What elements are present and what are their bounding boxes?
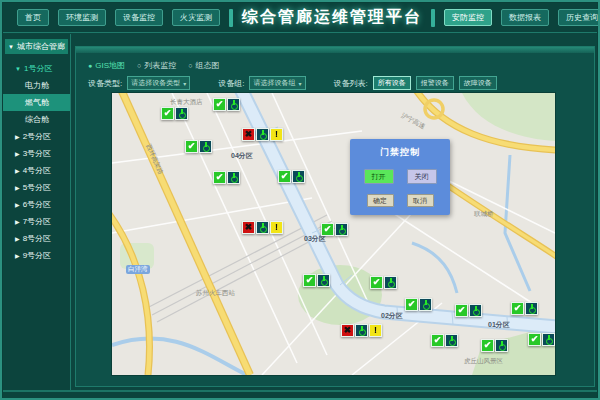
nav-button-数据报表[interactable]: 数据报表 [501, 9, 549, 26]
power-stem [361, 326, 363, 331]
nav-button-首页[interactable]: 首页 [17, 9, 49, 26]
caret-right-icon: ▶ [15, 201, 20, 208]
caret-right-icon: ▶ [15, 167, 20, 174]
sidebar-item-label: 9号分区 [23, 250, 51, 261]
radio-icon: ○ [188, 62, 192, 69]
status-fault-icon: ✖ [341, 324, 354, 337]
confirm-button[interactable]: 确定 [367, 194, 394, 207]
sidebar-item-7号分区[interactable]: ▶7号分区 [3, 213, 70, 230]
device-marker-normal[interactable]: ✔ [511, 302, 538, 315]
device-list-button-所有设备[interactable]: 所有设备 [373, 76, 411, 90]
device-marker-normal[interactable]: ✔ [431, 334, 458, 347]
radio-selected-icon: ● [88, 62, 92, 69]
caret-right-icon: ▶ [15, 252, 20, 259]
sidebar-item-8号分区[interactable]: ▶8号分区 [3, 230, 70, 247]
power-stem [262, 130, 264, 135]
sidebar-item-3号分区[interactable]: ▶3号分区 [3, 145, 70, 162]
view-mode-列表监控[interactable]: ○列表监控 [137, 60, 176, 71]
app-window: 首页环境监测设备监控火灾监测 综合管廊运维管理平台 安防监控数据报表历史查询用户… [0, 0, 600, 400]
power-stem [390, 278, 392, 283]
popup-title: 门禁控制 [350, 146, 450, 159]
view-mode-GIS地图[interactable]: ●GIS地图 [88, 60, 125, 71]
device-marker-normal[interactable]: ✔ [321, 223, 348, 236]
device-marker-alarm[interactable]: ✖! [341, 324, 382, 337]
sidebar-item-2号分区[interactable]: ▶2号分区 [3, 128, 70, 145]
map-canvas[interactable]: 04分区03分区02分区01分区长青大酒店西环高架路白洋湾苏州火车西站沪宁高速联… [112, 93, 555, 375]
device-marker-alarm[interactable]: ✖! [242, 221, 283, 234]
device-marker-normal[interactable]: ✔ [370, 276, 397, 289]
device-marker-normal[interactable]: ✔ [455, 304, 482, 317]
place-label: 虎丘山风景区 [464, 357, 503, 366]
sidebar-item-燃气舱[interactable]: 燃气舱 [3, 94, 70, 111]
sidebar-item-6号分区[interactable]: ▶6号分区 [3, 196, 70, 213]
device-marker-normal[interactable]: ✔ [278, 170, 305, 183]
chevron-down-icon: ▾ [183, 80, 186, 87]
status-ok-icon: ✔ [278, 170, 291, 183]
device-marker-normal[interactable]: ✔ [405, 298, 432, 311]
device-group-value: 请选择设备组 [253, 78, 295, 88]
door-close-button[interactable]: 关闭 [407, 169, 437, 184]
device-marker-normal[interactable]: ✔ [481, 339, 508, 352]
sidebar-item-label: 6号分区 [23, 199, 51, 210]
nav-button-设备监控[interactable]: 设备监控 [115, 9, 163, 26]
sidebar-root-node[interactable]: ▼ 城市综合管廊 [5, 39, 68, 54]
power-stem [341, 225, 343, 230]
view-mode-label: GIS地图 [95, 60, 125, 71]
device-marker-normal[interactable]: ✔ [161, 107, 188, 120]
device-marker-normal[interactable]: ✔ [213, 98, 240, 111]
power-icon [256, 128, 269, 141]
device-type-select[interactable]: 请选择设备类型 ▾ [127, 76, 190, 90]
filter-row: 设备类型: 请选择设备类型 ▾ 设备组: 请选择设备组 ▾ 设备列表: 所有设备… [88, 76, 588, 90]
status-ok-icon: ✔ [455, 304, 468, 317]
device-marker-normal[interactable]: ✔ [528, 333, 555, 346]
page-title: 综合管廊运维管理平台 [242, 7, 422, 28]
sidebar-item-label: 3号分区 [23, 148, 51, 159]
device-group-label: 设备组: [218, 78, 244, 89]
sidebar-item-5号分区[interactable]: ▶5号分区 [3, 179, 70, 196]
view-mode-组态图[interactable]: ○组态图 [188, 60, 219, 71]
sidebar-item-9号分区[interactable]: ▶9号分区 [3, 247, 70, 264]
device-group-select[interactable]: 请选择设备组 ▾ [249, 76, 305, 90]
device-marker-normal[interactable]: ✔ [303, 274, 330, 287]
place-label: 白洋湾 [126, 265, 150, 274]
device-marker-normal[interactable]: ✔ [213, 171, 240, 184]
sidebar-item-4号分区[interactable]: ▶4号分区 [3, 162, 70, 179]
power-stem [233, 100, 235, 105]
device-marker-normal[interactable]: ✔ [185, 140, 212, 153]
power-stem [323, 276, 325, 281]
title-bar-left [229, 9, 233, 27]
power-stem [298, 172, 300, 177]
caret-right-icon: ▶ [15, 133, 20, 140]
power-icon [542, 333, 555, 346]
device-list-button-故障设备[interactable]: 故障设备 [459, 76, 497, 90]
sidebar-root-label: 城市综合管廊 [17, 41, 65, 52]
sidebar-item-1号分区[interactable]: ▼1号分区 [3, 60, 70, 77]
status-ok-icon: ✔ [321, 223, 334, 236]
sidebar-item-综合舱[interactable]: 综合舱 [3, 111, 70, 128]
nav-button-火灾监测[interactable]: 火灾监测 [172, 9, 220, 26]
power-stem [181, 109, 183, 114]
nav-left: 首页环境监测设备监控火灾监测 [17, 9, 220, 26]
nav-button-环境监测[interactable]: 环境监测 [58, 9, 106, 26]
power-icon [317, 274, 330, 287]
device-list-button-报警设备[interactable]: 报警设备 [416, 76, 454, 90]
status-fault-icon: ✖ [242, 221, 255, 234]
caret-right-icon: ▶ [15, 150, 20, 157]
door-open-button[interactable]: 打开 [364, 169, 394, 184]
sidebar-tree: ▼1号分区电力舱燃气舱综合舱▶2号分区▶3号分区▶4号分区▶5号分区▶6号分区▶… [3, 60, 70, 264]
power-icon [445, 334, 458, 347]
view-mode-label: 组态图 [195, 60, 219, 71]
nav-button-历史查询[interactable]: 历史查询 [558, 9, 600, 26]
access-control-popup: 门禁控制 打开关闭 确定取消 [350, 139, 450, 215]
power-icon [355, 324, 368, 337]
nav-button-安防监控[interactable]: 安防监控 [444, 9, 492, 26]
status-ok-icon: ✔ [405, 298, 418, 311]
device-marker-alarm[interactable]: ✖! [242, 128, 283, 141]
power-icon [227, 171, 240, 184]
nav-right: 安防监控数据报表历史查询用户管理 [444, 9, 600, 26]
status-ok-icon: ✔ [511, 302, 524, 315]
caret-down-icon: ▼ [15, 66, 21, 72]
cancel-button[interactable]: 取消 [407, 194, 434, 207]
sidebar-item-电力舱[interactable]: 电力舱 [3, 77, 70, 94]
device-type-value: 请选择设备类型 [131, 78, 180, 88]
